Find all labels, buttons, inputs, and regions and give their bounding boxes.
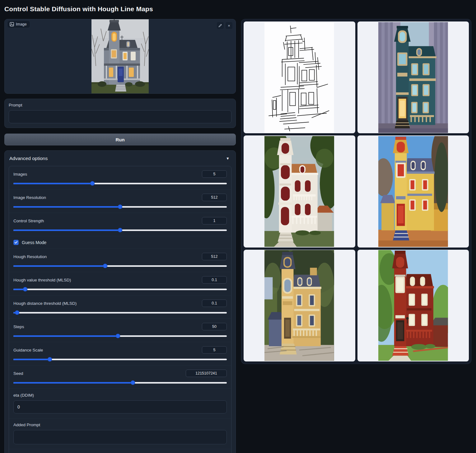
slider-row-hough-distance-threshold: Hough distance threshold (MLSD) (9, 295, 231, 319)
guess-mode-label: Guess Mode (22, 240, 46, 245)
images-slider[interactable] (13, 181, 227, 186)
gallery-item-gold-house[interactable] (244, 250, 355, 361)
slider-label: Image Resolution (13, 195, 46, 200)
advanced-options-header[interactable]: Advanced options ▼ (9, 154, 231, 162)
hough-value-threshold-slider[interactable] (13, 287, 227, 291)
slider-handle[interactable] (116, 334, 120, 338)
eta-ddim-input[interactable] (13, 400, 227, 413)
advanced-options-title: Advanced options (9, 156, 48, 161)
slider-label: Hough Resolution (13, 254, 47, 259)
control-strength-value-input[interactable] (202, 217, 227, 224)
guess-mode-checkbox[interactable] (13, 240, 19, 245)
images-value-input[interactable] (202, 170, 227, 178)
image-resolution-value-input[interactable] (202, 194, 227, 201)
run-button[interactable]: Run (4, 134, 236, 145)
input-image-preview (91, 19, 149, 93)
hough-resolution-value-input[interactable] (202, 253, 227, 260)
slider-label: Control Strength (13, 219, 44, 223)
page-title: Control Stable Diffusion with Hough Line… (0, 0, 476, 19)
added-prompt-row: Added Prompt (9, 418, 231, 449)
eta-ddim-row: eta (DDIM) (9, 389, 231, 418)
steps-slider[interactable] (13, 334, 227, 338)
main-layout: Image × (0, 19, 476, 453)
guidance-scale-slider[interactable] (13, 357, 227, 361)
close-icon: × (228, 23, 230, 28)
image-resolution-slider[interactable] (13, 205, 227, 209)
added-prompt-input[interactable] (13, 430, 227, 444)
red-house-image (378, 250, 448, 361)
slider-handle[interactable] (23, 287, 27, 291)
slider-label: Hough value threshold (MLSD) (13, 278, 71, 282)
result-gallery (241, 19, 471, 364)
slider-handle[interactable] (118, 228, 122, 232)
left-column: Image × (4, 19, 236, 453)
steps-value-input[interactable] (202, 323, 227, 330)
slider-row-images: Images (9, 166, 231, 189)
slider-label: Images (13, 172, 27, 177)
added-prompt-label: Added Prompt (13, 422, 227, 427)
prompt-label: Prompt (9, 103, 231, 107)
hough-value-threshold-input[interactable] (202, 276, 227, 284)
eta-ddim-label: eta (DDIM) (13, 393, 227, 398)
gold-house-image (264, 250, 334, 361)
gallery-item-white-house[interactable] (244, 135, 355, 247)
hough-line-map-image (264, 22, 334, 133)
prompt-block: Prompt (4, 99, 236, 128)
control-strength-slider[interactable] (13, 228, 227, 232)
clear-image-button[interactable]: × (226, 22, 232, 29)
slider-handle[interactable] (131, 380, 135, 385)
image-icon (10, 22, 14, 26)
seed-slider[interactable] (13, 380, 227, 385)
slider-handle[interactable] (118, 205, 122, 209)
negative-prompt-row: Negative Prompt (9, 449, 231, 453)
guess-mode-row: Guess Mode (9, 236, 231, 248)
slider-row-hough-value-threshold: Hough value threshold (MLSD) (9, 272, 231, 295)
slider-row-control-strength: Control Strength (9, 213, 231, 236)
slider-handle[interactable] (48, 357, 52, 361)
hough-distance-threshold-slider[interactable] (13, 310, 227, 315)
pencil-icon (218, 24, 222, 27)
slider-row-image-resolution: Image Resolution (9, 189, 231, 213)
slider-handle[interactable] (90, 181, 95, 186)
hough-resolution-slider[interactable] (13, 264, 227, 268)
right-column (241, 19, 471, 364)
yellow-house-image (378, 136, 448, 247)
slider-label: Guidance Scale (13, 348, 43, 352)
slider-label: Hough distance threshold (MLSD) (13, 301, 77, 306)
slider-row-guidance-scale: Guidance Scale (9, 342, 231, 365)
image-widget-actions: × (217, 22, 232, 29)
slider-row-hough-resolution: Hough Resolution (9, 248, 231, 272)
gallery-item-red-house[interactable] (357, 250, 469, 361)
slider-label: Seed (13, 371, 23, 376)
seed-value-input[interactable] (186, 370, 227, 377)
image-component-label: Image (7, 21, 30, 28)
gallery-item-yellow-house[interactable] (357, 135, 469, 247)
advanced-options-panel: Images Image Resolution (9, 166, 231, 453)
input-image-widget[interactable]: Image × (4, 19, 236, 94)
guidance-scale-value-input[interactable] (202, 346, 227, 354)
check-icon (14, 241, 18, 244)
prompt-input[interactable] (9, 110, 231, 123)
gallery-item-hough-map[interactable] (244, 21, 355, 133)
slider-label: Steps (13, 324, 24, 329)
app-root: Control Stable Diffusion with Hough Line… (0, 0, 476, 453)
teal-house-image (378, 22, 448, 133)
slider-handle[interactable] (103, 264, 107, 268)
advanced-options-block: Advanced options ▼ Images (4, 150, 236, 453)
gallery-item-teal-house[interactable] (357, 21, 469, 133)
slider-row-seed: Seed (9, 365, 231, 389)
slider-handle[interactable] (15, 310, 19, 315)
hough-distance-threshold-input[interactable] (202, 300, 227, 307)
white-house-image (264, 136, 334, 247)
chevron-down-icon: ▼ (226, 156, 231, 161)
slider-row-steps: Steps (9, 319, 231, 342)
edit-image-button[interactable] (217, 22, 224, 29)
